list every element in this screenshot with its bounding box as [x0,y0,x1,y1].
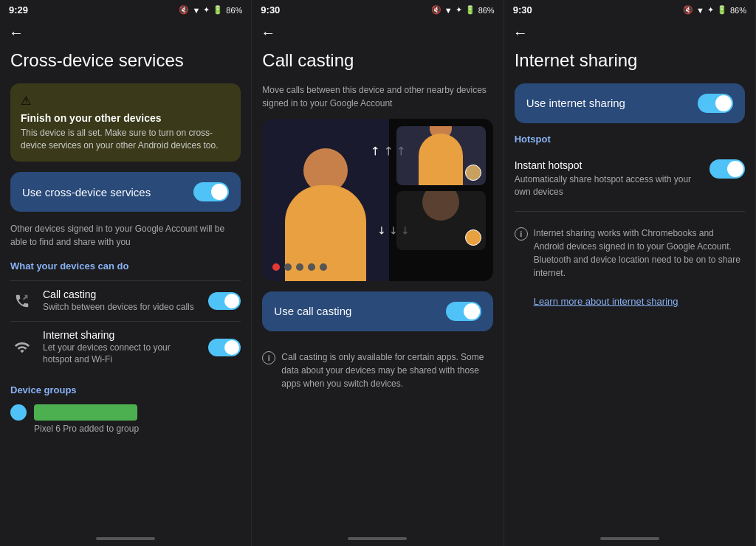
status-icons-2: 🔇 ▼ ✦ 🔋 86% [431,5,495,15]
instant-hotspot-text: Instant hotspot Automatically share hots… [515,159,702,198]
learn-more-link[interactable]: Learn more about internet sharing [534,296,678,307]
cast-arrows-top: ↗ ↗ ↗ [370,141,405,158]
back-button-3[interactable]: ← [513,24,528,41]
status-time-3: 9:30 [513,4,532,15]
avatar-overlay [465,165,481,181]
mute-icon-3: 🔇 [683,5,693,15]
info-icon-1: i [262,351,275,364]
mute-dot [284,263,292,271]
divider-1 [515,211,745,212]
internet-sharing-title: Internet sharing [43,329,199,341]
alert-desc: This device is all set. Make sure to tur… [21,127,230,152]
hotspot-section-label: Hotspot [515,134,745,145]
call-casting-text: Call casting Switch between devices for … [43,288,199,314]
wifi-icon-2: ▼ [444,6,453,15]
call-casting-toggle[interactable] [208,292,241,310]
device-group-dot [10,404,27,421]
instant-hotspot-desc: Automatically share hotspot access with … [515,173,702,198]
cast-description: Move calls between this device and other… [262,83,492,110]
page-title-2: Call casting [262,50,492,72]
battery-icon: 🔋 [213,5,223,15]
internet-sharing-main-toggle[interactable] [698,94,733,113]
call-casting-toggle-thumb [224,294,239,308]
instant-hotspot-toggle-thumb [727,161,743,177]
cast-thumb-2 [396,191,486,250]
instant-hotspot-toggle[interactable] [709,159,745,179]
cast-arrows-bottom: ↗ ↗ ↗ [377,223,410,237]
status-time-2: 9:30 [261,4,280,15]
internet-sharing-main-toggle-thumb [715,95,732,111]
screen-content-3: Internet sharing Use internet sharing Ho… [504,50,755,531]
mute-icon-2: 🔇 [431,5,441,15]
status-bar-2: 9:30 🔇 ▼ ✦ 🔋 86% [252,0,503,18]
status-bar-1: 9:29 🔇 ▼ ✦ 🔋 9:29 86% [0,0,251,18]
back-button-1[interactable]: ← [9,24,24,41]
capabilities-title: What your devices can do [10,260,241,272]
internet-sharing-toggle-thumb [224,340,239,355]
status-icons-1: 🔇 ▼ ✦ 🔋 9:29 86% [179,5,242,15]
battery-icon-3: 🔋 [717,5,727,15]
device-group-item [10,404,241,421]
internet-sharing-toggle-row[interactable]: Use internet sharing [515,83,745,123]
mute-icon: 🔇 [179,5,189,15]
alert-icon: ⚠ [21,94,230,108]
bluetooth-icon-2: ✦ [456,5,462,15]
call-controls [272,263,327,271]
device-group-label: Pixel 6 Pro added to group [10,424,241,434]
camera-dot [296,263,303,271]
bottom-nav-1 [0,531,251,546]
call-casting-main-toggle[interactable] [446,302,481,321]
nav-pill-2 [348,537,407,540]
bluetooth-icon-3: ✦ [707,5,714,15]
alert-box: ⚠ Finish on your other devices This devi… [10,83,241,162]
capability-internet-sharing: Internet sharing Let your devices connec… [10,321,241,373]
capability-call-casting: Call casting Switch between devices for … [10,280,241,321]
nav-pill-3 [600,537,659,540]
page-title-3: Internet sharing [515,50,745,72]
page-title-1: Cross-device services [10,50,241,72]
internet-sharing-text: Internet sharing Let your devices connec… [43,329,199,365]
person-body-small-1 [419,134,463,185]
internet-sharing-info-row: i Internet sharing works with Chromebook… [515,218,745,288]
alert-title: Finish on your other devices [21,112,230,124]
cast-thumb-1 [396,126,486,185]
learn-more-container: Learn more about internet sharing [515,288,745,308]
status-icons-3: 🔇 ▼ ✦ 🔋 86% [683,5,746,15]
battery-icon-2: 🔋 [465,5,475,15]
call-casting-main-toggle-thumb [464,303,480,319]
nav-pill-1 [96,537,155,540]
avatar-overlay-2 [465,229,481,246]
bottom-nav-2 [252,531,503,546]
cross-device-toggle[interactable] [193,182,229,201]
call-casting-toggle-row[interactable]: Use call casting [262,291,492,331]
bottom-nav-3 [504,531,755,546]
device-group-bar [34,404,137,421]
instant-hotspot-title: Instant hotspot [515,159,702,171]
call-casting-toggle-label: Use call casting [274,305,445,317]
call-casting-icon [10,289,34,313]
internet-sharing-toggle-label: Use internet sharing [526,97,698,109]
screen-content-2: Call casting Move calls between this dev… [252,50,503,531]
more-dot [308,263,315,271]
cross-device-toggle-thumb [211,184,227,200]
internet-sharing-icon [10,336,34,359]
back-bar-3: ← [504,18,755,50]
back-button-2[interactable]: ← [261,24,275,41]
cross-device-toggle-label: Use cross-device services [22,186,193,198]
instant-hotspot-row: Instant hotspot Automatically share hots… [515,152,745,206]
screen-call-casting: 9:30 🔇 ▼ ✦ 🔋 86% ← Call casting Move cal… [252,0,504,546]
hotspot-section: Hotspot Instant hotspot Automatically sh… [515,134,745,308]
info-icon-2: i [515,227,528,241]
screen-internet-sharing: 9:30 🔇 ▼ ✦ 🔋 86% ← Internet sharing Use … [504,0,756,546]
cross-device-toggle-row[interactable]: Use cross-device services [10,172,241,212]
call-casting-title: Call casting [43,288,199,300]
bluetooth-icon: ✦ [203,5,210,15]
internet-sharing-toggle[interactable] [208,339,241,356]
speaker-dot [320,263,327,271]
internet-sharing-desc: Let your devices connect to your hotspot… [43,342,199,365]
wifi-icon: ▼ [192,6,200,15]
wifi-icon-3: ▼ [696,6,704,15]
device-groups-title: Device groups [10,384,241,395]
end-call-dot [272,263,280,271]
status-bar-3: 9:30 🔇 ▼ ✦ 🔋 86% [504,0,755,18]
